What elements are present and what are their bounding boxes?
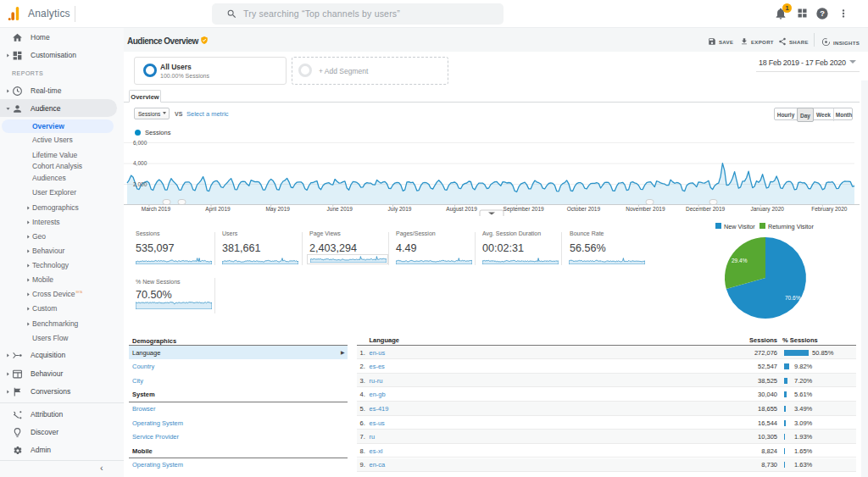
svg-text:November 2019: November 2019: [626, 206, 665, 212]
svg-text:?: ?: [820, 9, 825, 18]
svg-text:6,000: 6,000: [133, 140, 147, 146]
svg-text:March 2019: March 2019: [142, 206, 171, 212]
svg-text:October 2019: October 2019: [567, 206, 601, 212]
svg-text:29.4%: 29.4%: [732, 258, 748, 263]
svg-text:2,000: 2,000: [133, 181, 147, 187]
svg-text:April 2019: April 2019: [205, 206, 231, 213]
svg-text:4,000: 4,000: [133, 160, 147, 166]
svg-text:January 2020: January 2020: [751, 206, 785, 213]
svg-text:July 2019: July 2019: [388, 206, 412, 213]
svg-text:September 2019: September 2019: [504, 206, 544, 213]
svg-text:August 2019: August 2019: [446, 206, 477, 213]
svg-text:February 2020: February 2020: [811, 206, 848, 213]
svg-text:December 2019: December 2019: [686, 206, 726, 212]
svg-text:June 2019: June 2019: [327, 206, 353, 212]
svg-text:70.6%: 70.6%: [785, 295, 801, 301]
svg-text:May 2019: May 2019: [265, 206, 290, 213]
